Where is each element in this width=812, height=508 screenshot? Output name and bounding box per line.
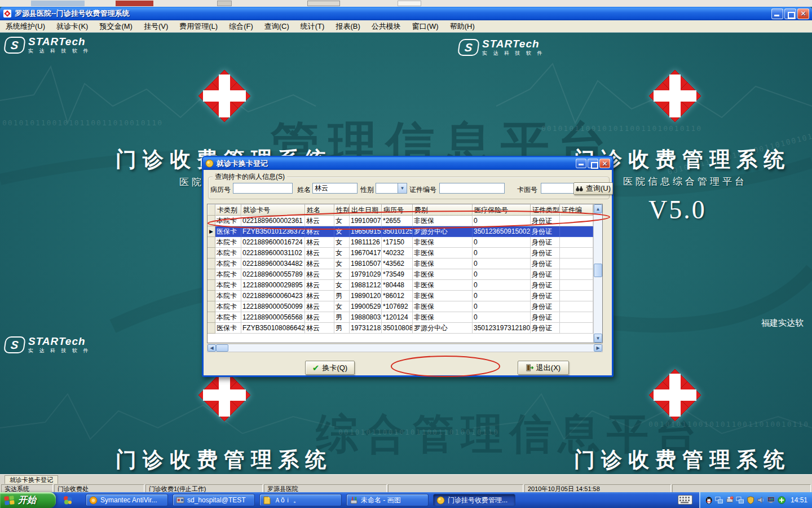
record-no-input[interactable] — [233, 183, 293, 194]
table-row[interactable]: 医保卡FZYB350108086642林云男1973121835010808罗源… — [208, 323, 593, 334]
vertical-scrollbar[interactable]: ▲ ▼ — [593, 204, 602, 343]
table-row[interactable]: 本院卡0221889600034482林云女19810507*43562非医保0… — [208, 259, 593, 269]
brand-name: STARTech — [482, 38, 545, 49]
menu-report[interactable]: 报表(B) — [330, 20, 365, 33]
menu-query[interactable]: 查询(C) — [259, 20, 295, 33]
scroll-down-icon[interactable]: ▼ — [594, 334, 602, 343]
horizontal-scroll-thumb[interactable] — [216, 344, 228, 352]
table-row[interactable]: ▶医保卡FZYB350101236372林云女1965091535010125罗… — [208, 226, 593, 237]
taskbar-item-sd-hospital[interactable]: sd_hospital@TEST — [173, 494, 255, 506]
scroll-right-icon[interactable]: ▶ — [594, 344, 602, 352]
menu-system[interactable]: 系统维护(U) — [0, 20, 51, 33]
vertical-scroll-track[interactable] — [594, 213, 602, 334]
taskbar-item-hospital-system[interactable]: 门诊挂号收费管理... — [433, 494, 515, 506]
volume-tray-icon[interactable] — [757, 496, 765, 505]
chevron-down-icon[interactable]: ▼ — [398, 183, 407, 193]
table-cell: 0 — [473, 248, 531, 259]
table-cell: 女 — [334, 226, 350, 237]
dialog-minimize-button[interactable] — [576, 159, 586, 168]
menu-misc[interactable]: 综合(F) — [223, 20, 259, 33]
query-button[interactable]: 查询(U) — [573, 182, 613, 195]
scroll-left-icon[interactable]: ◀ — [208, 344, 216, 352]
taskbar-item-symantec[interactable]: Symantec AntiVir... — [86, 494, 168, 506]
table-cell: 非医保 — [413, 237, 473, 248]
column-header[interactable]: 性别 — [334, 204, 350, 216]
cert-no-label: 证件编号 — [409, 185, 436, 195]
brand-name: STARTech — [28, 36, 91, 47]
status-segment: 门诊收费1(停止工作) — [145, 484, 263, 492]
table-row[interactable]: 本院卡1221889000050099林云女19900529*107692非医保… — [208, 301, 593, 312]
close-button[interactable] — [797, 8, 809, 19]
network-tray-icon[interactable] — [715, 496, 723, 505]
horizontal-scroll-track[interactable] — [216, 344, 594, 352]
scroll-up-icon[interactable]: ▲ — [594, 204, 602, 213]
table-cell — [560, 248, 593, 259]
column-header[interactable]: 卡类别 — [215, 204, 241, 216]
menu-card[interactable]: 就诊卡(K) — [51, 20, 94, 33]
column-header[interactable]: 费别 — [413, 204, 473, 216]
horizontal-scrollbar[interactable]: ◀ ▶ — [207, 344, 603, 352]
menu-stats[interactable]: 统计(T) — [295, 20, 330, 33]
table-cell: *120124 — [382, 312, 413, 323]
status-segment: 罗源县医院 — [264, 484, 387, 492]
taskbar-item-note[interactable]: Ａǒｉ 。 — [259, 494, 342, 506]
table-row[interactable]: 本院卡0221889600002361林云女19910907*2655非医保0身… — [208, 216, 593, 226]
main-titlebar[interactable]: 罗源县医院--门诊挂号收费管理系统 — [0, 7, 812, 20]
mdi-tab[interactable]: 就诊卡换卡登记 — [5, 475, 58, 484]
table-cell: 林云 — [305, 269, 334, 280]
start-button[interactable]: 开始 — [0, 492, 56, 508]
gender-select[interactable]: ▼ — [376, 183, 407, 194]
column-header[interactable]: 就诊卡号 — [241, 204, 305, 216]
table-cell: FZYB350101236372 — [241, 226, 305, 237]
qq-tray-icon[interactable] — [705, 496, 713, 505]
taskbar-clock[interactable]: 14:51 — [791, 496, 807, 504]
minimize-button[interactable] — [771, 8, 783, 19]
shield-tray-icon[interactable] — [747, 496, 754, 505]
change-card-label: 换卡(Q) — [322, 363, 347, 373]
table-row[interactable]: 本院卡0221889600031102林云女19670417*40232非医保0… — [208, 248, 593, 259]
dialog-close-button[interactable] — [599, 159, 610, 168]
table-cell: 19810507 — [350, 259, 382, 269]
taskbar-item-paint[interactable]: 未命名 - 画图 — [346, 494, 429, 506]
cert-no-input[interactable] — [439, 183, 505, 194]
menu-window[interactable]: 窗口(W) — [407, 20, 444, 33]
table-row[interactable]: 本院卡0221889600060423林云男19890120*86012非医保0… — [208, 291, 593, 301]
name-input[interactable] — [312, 183, 358, 194]
table-cell: *43562 — [382, 259, 413, 269]
column-header[interactable]: 病历号 — [382, 204, 413, 216]
dialog-maximize-button[interactable] — [588, 159, 598, 168]
column-header[interactable]: 出生日期 — [350, 204, 382, 216]
table-cell: 身份证 — [531, 226, 560, 237]
vertical-scroll-thumb[interactable] — [594, 264, 602, 277]
table-cell: 林云 — [305, 280, 334, 291]
table-row[interactable]: 本院卡1221889000029895林云女19881212*80448非医保0… — [208, 280, 593, 291]
computer-tray-icon[interactable] — [736, 496, 744, 505]
menu-help[interactable]: 帮助(H) — [444, 20, 480, 33]
exit-button[interactable]: 退出(X) — [518, 361, 569, 375]
menu-deposit[interactable]: 预交金(M) — [94, 20, 138, 33]
background-fragment — [217, 1, 232, 6]
table-cell: 身份证 — [531, 216, 560, 226]
table-cell: 19670417 — [350, 248, 382, 259]
table-cell: 35010125 — [382, 226, 413, 237]
menu-fee[interactable]: 费用管理(L) — [174, 20, 223, 33]
display-tray-icon[interactable] — [767, 496, 775, 505]
input-method-icon[interactable] — [678, 495, 692, 507]
table-row[interactable]: 本院卡0221889600016724林云女19811126*17150非医保0… — [208, 237, 593, 248]
restore-button[interactable] — [784, 8, 796, 19]
quick-launch-icon[interactable] — [62, 494, 73, 506]
change-card-button[interactable]: ✔ 换卡(Q) — [305, 361, 355, 375]
menu-public[interactable]: 公共模块 — [366, 20, 407, 33]
menu-register[interactable]: 挂号(V) — [138, 20, 174, 33]
column-header[interactable]: 医疗保险号 — [473, 204, 531, 216]
table-row[interactable]: 本院卡0221889600055789林云女19791029*73549非医保0… — [208, 269, 593, 280]
antivirus-tray-icon[interactable] — [778, 496, 785, 505]
column-header[interactable]: 证件编 — [560, 204, 593, 216]
column-header[interactable]: 证件类型 — [531, 204, 560, 216]
dialog-titlebar[interactable]: 就诊卡换卡登记 — [203, 157, 612, 170]
column-header[interactable]: 姓名 — [305, 204, 334, 216]
task-buttons: Symantec AntiVir... sd_hospital@TEST Ａǒｉ… — [86, 494, 515, 506]
printer-tray-icon[interactable]: ? — [726, 496, 734, 505]
system-tray: ? 14:51 — [699, 492, 812, 508]
table-row[interactable]: 本院卡1221889000056568林云男19880803*120124非医保… — [208, 312, 593, 323]
